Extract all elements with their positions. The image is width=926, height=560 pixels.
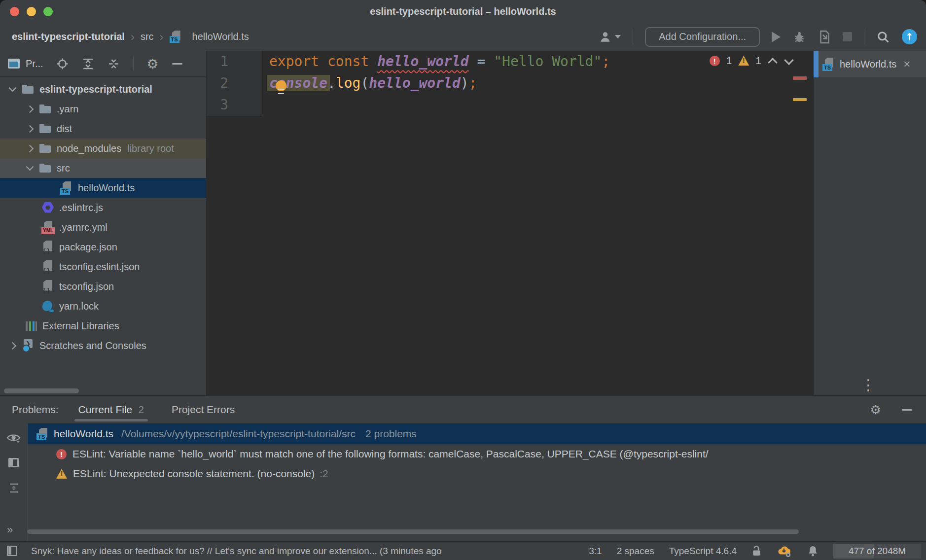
json-file-icon bbox=[41, 241, 55, 254]
preview-pane-icon[interactable] bbox=[8, 458, 19, 467]
chevron-right-icon[interactable] bbox=[23, 103, 36, 115]
code-text[interactable] bbox=[261, 94, 269, 116]
problems-settings-gear-icon[interactable]: ⚙ bbox=[870, 404, 881, 416]
tree-item-scratches-and-consoles[interactable]: Scratches and Consoles bbox=[0, 336, 206, 355]
code-line[interactable]: 3 bbox=[207, 94, 814, 116]
tree-item-node-modules[interactable]: node_moduleslibrary root bbox=[0, 139, 206, 158]
more-options-chevrons[interactable]: » bbox=[7, 524, 13, 536]
breadcrumb-folder[interactable]: src bbox=[141, 31, 154, 42]
coverage-button[interactable] bbox=[818, 30, 831, 44]
typescript-file-icon: TS bbox=[822, 58, 836, 71]
notification-bell-icon[interactable] bbox=[807, 545, 819, 557]
tree-item-package-json[interactable]: package.json bbox=[0, 237, 206, 257]
gutter-line-number[interactable]: 2 bbox=[207, 72, 261, 94]
run-button[interactable] bbox=[772, 32, 781, 42]
problem-text: ESLint: Unexpected console statement. (n… bbox=[73, 468, 315, 480]
warning-stripe-mark[interactable] bbox=[793, 98, 807, 101]
expand-all-problems-icon[interactable] bbox=[8, 482, 20, 494]
tree-item-tsconfig-eslint-json[interactable]: tsconfig.eslint.json bbox=[0, 257, 206, 277]
problems-file-row[interactable]: TS helloWorld.ts /Volumes/v/yytypescript… bbox=[28, 423, 926, 444]
kebab-menu-icon[interactable]: ⋮ bbox=[861, 376, 876, 393]
next-problem-button[interactable] bbox=[784, 56, 794, 66]
chevron-separator-icon: › bbox=[160, 32, 164, 42]
tree-item-helloworld-ts[interactable]: TShelloWorld.ts bbox=[0, 178, 206, 198]
breadcrumb-project[interactable]: eslint-typescript-tutorial bbox=[12, 31, 125, 42]
tree-item-dist[interactable]: dist bbox=[0, 119, 206, 139]
problem-row[interactable]: !ESLint: Variable name `hello_world` mus… bbox=[28, 444, 926, 464]
tree-item--yarn[interactable]: .yarn bbox=[0, 99, 206, 119]
search-everywhere-button[interactable] bbox=[876, 30, 890, 44]
yml-file-icon: YML bbox=[41, 221, 55, 234]
typescript-version[interactable]: TypeScript 4.6.4 bbox=[669, 546, 737, 557]
chevron-right-icon[interactable] bbox=[6, 339, 19, 352]
user-menu-button[interactable] bbox=[599, 30, 621, 43]
expand-all-icon[interactable] bbox=[82, 58, 94, 70]
tree-item-yarn-lock[interactable]: yarn.lock bbox=[0, 296, 206, 316]
memory-indicator[interactable]: 477 of 2048M bbox=[833, 544, 921, 559]
project-view-icon[interactable] bbox=[8, 59, 20, 69]
toolbar-actions: Add Configuration... ↑ bbox=[599, 27, 926, 47]
debug-bug-button[interactable] bbox=[792, 30, 806, 44]
tree-item-eslint-typescript-tutorial[interactable]: eslint-typescript-tutorial bbox=[0, 79, 206, 99]
code-token: const bbox=[327, 53, 369, 70]
tree-item-label: node_modules bbox=[57, 143, 121, 154]
code-text[interactable]: export const hello_world = "Hello World"… bbox=[261, 51, 610, 72]
ts-file-icon: TS bbox=[60, 181, 73, 195]
tool-window-switcher-icon[interactable] bbox=[7, 546, 17, 556]
tree-item--eslintrc-js[interactable]: .eslintrc.js bbox=[0, 198, 206, 217]
code-line[interactable]: 2console.log(hello_world); bbox=[207, 72, 814, 94]
project-tree: eslint-typescript-tutorial.yarndistnode_… bbox=[0, 79, 206, 355]
hide-problems-panel-icon[interactable] bbox=[902, 409, 912, 411]
settings-gear-icon[interactable]: ⚙ bbox=[147, 57, 159, 70]
error-icon: ! bbox=[56, 449, 67, 459]
chevron-down-icon[interactable] bbox=[6, 83, 19, 96]
tree-item-external-libraries[interactable]: External Libraries bbox=[0, 316, 206, 336]
tree-item-src[interactable]: src bbox=[0, 158, 206, 178]
code-text[interactable]: console.log(hello_world); bbox=[261, 72, 477, 94]
view-options-eye-icon[interactable] bbox=[6, 432, 21, 443]
tree-item-tsconfig-json[interactable]: tsconfig.json bbox=[0, 277, 206, 296]
breadcrumb-file[interactable]: helloWorld.ts bbox=[192, 31, 249, 42]
indent-info[interactable]: 2 spaces bbox=[617, 546, 654, 557]
code-token: ) bbox=[461, 75, 469, 91]
status-message[interactable]: Snyk: Have any ideas or feedback for us?… bbox=[31, 546, 442, 557]
tree-item--yarnrc-yml[interactable]: YML.yarnrc.yml bbox=[0, 217, 206, 237]
problems-label: Problems: bbox=[12, 404, 59, 416]
stop-button[interactable] bbox=[843, 32, 852, 41]
chevron-right-icon[interactable] bbox=[23, 122, 36, 135]
previous-problem-button[interactable] bbox=[768, 56, 778, 66]
toolbar-divider bbox=[633, 29, 633, 45]
gutter-line-number[interactable]: 1 bbox=[207, 51, 261, 72]
chevron-right-icon[interactable] bbox=[23, 142, 36, 155]
tab-close-icon[interactable]: × bbox=[903, 59, 910, 69]
gutter-line-number[interactable]: 3 bbox=[207, 94, 261, 116]
code-token: ; bbox=[469, 75, 477, 91]
caret-position[interactable]: 3:1 bbox=[589, 546, 602, 557]
add-configuration-button[interactable]: Add Configuration... bbox=[645, 27, 760, 47]
code-editor[interactable]: 1export const hello_world = "Hello World… bbox=[207, 51, 814, 395]
project-panel-header: Pr... ⚙ bbox=[0, 51, 206, 77]
lock-icon[interactable] bbox=[751, 545, 762, 557]
horizontal-scrollbar-thumb[interactable] bbox=[27, 529, 799, 534]
update-available-button[interactable]: ↑ bbox=[902, 29, 917, 44]
title-bar: eslint-typescript-tutorial – helloWorld.… bbox=[0, 0, 926, 23]
editor-tab[interactable]: TS helloWorld.ts × bbox=[814, 51, 926, 77]
tab-current-file[interactable]: Current File 2 bbox=[78, 396, 144, 423]
intention-bulb-icon[interactable] bbox=[275, 80, 287, 94]
code-token: export bbox=[269, 53, 319, 70]
collapse-all-icon[interactable] bbox=[107, 58, 120, 70]
problem-row[interactable]: ESLint: Unexpected console statement. (n… bbox=[28, 464, 926, 484]
tab-label: helloWorld.ts bbox=[840, 59, 896, 70]
snyk-cloud-icon[interactable] bbox=[777, 544, 792, 558]
code-token bbox=[469, 53, 477, 70]
warning-count: 1 bbox=[755, 55, 761, 67]
tree-item-label: tsconfig.eslint.json bbox=[59, 261, 140, 273]
project-panel-title[interactable]: Pr... bbox=[26, 58, 43, 70]
chevron-down-icon[interactable] bbox=[23, 162, 36, 175]
locate-file-icon[interactable] bbox=[56, 58, 69, 70]
tree-item-label: src bbox=[57, 163, 70, 174]
error-stripe-mark[interactable] bbox=[793, 76, 807, 80]
hide-panel-icon[interactable] bbox=[172, 63, 182, 65]
tab-project-errors[interactable]: Project Errors bbox=[172, 396, 235, 423]
horizontal-scrollbar-thumb[interactable] bbox=[4, 388, 79, 393]
